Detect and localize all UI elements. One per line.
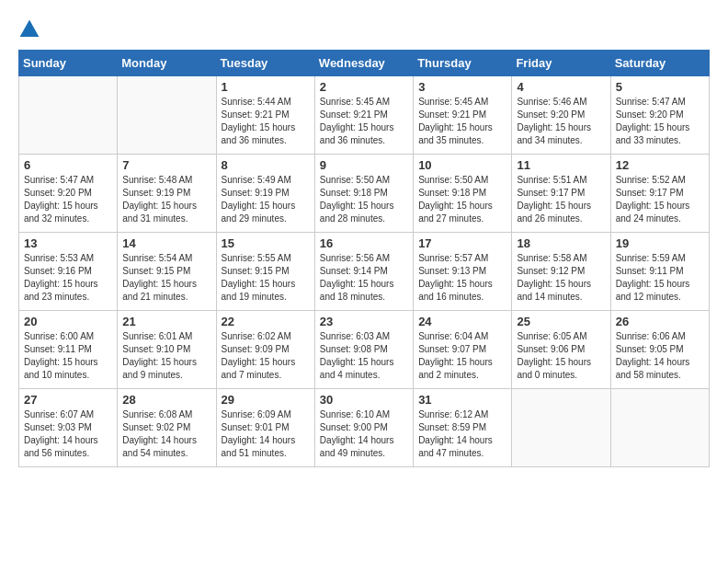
day-number: 29 — [222, 393, 310, 407]
day-number: 22 — [222, 315, 310, 328]
weekday-header-tuesday: Tuesday — [216, 51, 314, 76]
calendar-cell: 18Sunrise: 5:58 AM Sunset: 9:12 PM Dayli… — [512, 233, 610, 311]
calendar-cell: 6Sunrise: 5:47 AM Sunset: 9:20 PM Daylig… — [19, 155, 118, 233]
calendar-cell: 12Sunrise: 5:52 AM Sunset: 9:17 PM Dayli… — [610, 155, 709, 233]
day-info: Sunrise: 5:58 AM Sunset: 9:12 PM Dayligh… — [517, 252, 605, 304]
day-info: Sunrise: 6:01 AM Sunset: 9:10 PM Dayligh… — [122, 330, 210, 382]
calendar-cell: 7Sunrise: 5:48 AM Sunset: 9:19 PM Daylig… — [118, 155, 216, 233]
day-number: 27 — [24, 393, 112, 407]
day-number: 24 — [418, 315, 506, 328]
day-info: Sunrise: 6:08 AM Sunset: 9:02 PM Dayligh… — [122, 408, 210, 460]
day-info: Sunrise: 5:50 AM Sunset: 9:18 PM Dayligh… — [418, 174, 506, 225]
day-number: 5 — [616, 80, 704, 94]
calendar-cell: 8Sunrise: 5:49 AM Sunset: 9:19 PM Daylig… — [216, 155, 314, 233]
day-info: Sunrise: 5:55 AM Sunset: 9:15 PM Dayligh… — [222, 252, 310, 304]
day-info: Sunrise: 5:59 AM Sunset: 9:11 PM Dayligh… — [616, 252, 704, 304]
calendar-cell: 26Sunrise: 6:06 AM Sunset: 9:05 PM Dayli… — [610, 311, 709, 389]
day-number: 20 — [24, 315, 112, 328]
day-info: Sunrise: 6:10 AM Sunset: 9:00 PM Dayligh… — [320, 408, 408, 460]
calendar-table: SundayMondayTuesdayWednesdayThursdayFrid… — [18, 50, 710, 467]
day-info: Sunrise: 5:52 AM Sunset: 9:17 PM Dayligh… — [616, 174, 704, 225]
calendar-cell: 22Sunrise: 6:02 AM Sunset: 9:09 PM Dayli… — [216, 311, 314, 389]
calendar-cell: 23Sunrise: 6:03 AM Sunset: 9:08 PM Dayli… — [314, 311, 413, 389]
calendar-cell: 21Sunrise: 6:01 AM Sunset: 9:10 PM Dayli… — [118, 311, 216, 389]
day-number: 16 — [320, 236, 408, 250]
week-row-1: 1Sunrise: 5:44 AM Sunset: 9:21 PM Daylig… — [19, 76, 710, 155]
day-info: Sunrise: 5:50 AM Sunset: 9:18 PM Dayligh… — [320, 174, 408, 225]
day-info: Sunrise: 6:09 AM Sunset: 9:01 PM Dayligh… — [222, 408, 310, 460]
week-row-5: 27Sunrise: 6:07 AM Sunset: 9:03 PM Dayli… — [19, 389, 710, 467]
weekday-header-wednesday: Wednesday — [314, 51, 413, 76]
calendar-cell: 16Sunrise: 5:56 AM Sunset: 9:14 PM Dayli… — [314, 233, 413, 311]
calendar-cell: 27Sunrise: 6:07 AM Sunset: 9:03 PM Dayli… — [19, 389, 118, 467]
calendar-cell: 1Sunrise: 5:44 AM Sunset: 9:21 PM Daylig… — [216, 76, 314, 155]
day-info: Sunrise: 5:46 AM Sunset: 9:20 PM Dayligh… — [517, 96, 605, 147]
weekday-header-sunday: Sunday — [19, 51, 118, 76]
logo — [18, 18, 44, 40]
day-number: 18 — [517, 236, 605, 250]
calendar-cell: 11Sunrise: 5:51 AM Sunset: 9:17 PM Dayli… — [512, 155, 610, 233]
day-number: 11 — [517, 158, 605, 172]
day-info: Sunrise: 6:12 AM Sunset: 8:59 PM Dayligh… — [418, 408, 506, 460]
day-number: 12 — [616, 158, 704, 172]
day-info: Sunrise: 5:47 AM Sunset: 9:20 PM Dayligh… — [616, 96, 704, 147]
day-number: 6 — [24, 158, 112, 172]
svg-marker-0 — [20, 20, 40, 37]
day-info: Sunrise: 6:07 AM Sunset: 9:03 PM Dayligh… — [24, 408, 112, 460]
day-number: 26 — [616, 315, 704, 328]
day-number: 3 — [418, 80, 506, 94]
calendar-cell: 2Sunrise: 5:45 AM Sunset: 9:21 PM Daylig… — [314, 76, 413, 155]
day-number: 28 — [122, 393, 210, 407]
day-number: 23 — [320, 315, 408, 328]
calendar-cell — [512, 389, 610, 467]
day-number: 15 — [222, 236, 310, 250]
calendar-cell: 19Sunrise: 5:59 AM Sunset: 9:11 PM Dayli… — [610, 233, 709, 311]
weekday-header-friday: Friday — [512, 51, 610, 76]
page-header — [18, 18, 710, 40]
calendar-cell: 17Sunrise: 5:57 AM Sunset: 9:13 PM Dayli… — [414, 233, 512, 311]
calendar-cell: 13Sunrise: 5:53 AM Sunset: 9:16 PM Dayli… — [19, 233, 118, 311]
day-number: 9 — [320, 158, 408, 172]
calendar-cell: 29Sunrise: 6:09 AM Sunset: 9:01 PM Dayli… — [216, 389, 314, 467]
week-row-2: 6Sunrise: 5:47 AM Sunset: 9:20 PM Daylig… — [19, 155, 710, 233]
day-info: Sunrise: 5:56 AM Sunset: 9:14 PM Dayligh… — [320, 252, 408, 304]
day-info: Sunrise: 6:05 AM Sunset: 9:06 PM Dayligh… — [517, 330, 605, 382]
calendar-cell — [610, 389, 709, 467]
day-number: 2 — [320, 80, 408, 94]
day-number: 7 — [122, 158, 210, 172]
calendar-cell: 14Sunrise: 5:54 AM Sunset: 9:15 PM Dayli… — [118, 233, 216, 311]
day-number: 31 — [418, 393, 506, 407]
day-info: Sunrise: 5:57 AM Sunset: 9:13 PM Dayligh… — [418, 252, 506, 304]
week-row-3: 13Sunrise: 5:53 AM Sunset: 9:16 PM Dayli… — [19, 233, 710, 311]
day-info: Sunrise: 6:04 AM Sunset: 9:07 PM Dayligh… — [418, 330, 506, 382]
day-info: Sunrise: 5:53 AM Sunset: 9:16 PM Dayligh… — [24, 252, 112, 304]
calendar-cell: 28Sunrise: 6:08 AM Sunset: 9:02 PM Dayli… — [118, 389, 216, 467]
day-info: Sunrise: 5:45 AM Sunset: 9:21 PM Dayligh… — [418, 96, 506, 147]
calendar-cell: 4Sunrise: 5:46 AM Sunset: 9:20 PM Daylig… — [512, 76, 610, 155]
weekday-header-saturday: Saturday — [610, 51, 709, 76]
day-number: 10 — [418, 158, 506, 172]
day-number: 25 — [517, 315, 605, 328]
day-number: 14 — [122, 236, 210, 250]
calendar-cell: 15Sunrise: 5:55 AM Sunset: 9:15 PM Dayli… — [216, 233, 314, 311]
calendar-cell: 20Sunrise: 6:00 AM Sunset: 9:11 PM Dayli… — [19, 311, 118, 389]
day-number: 13 — [24, 236, 112, 250]
day-number: 17 — [418, 236, 506, 250]
calendar-cell: 25Sunrise: 6:05 AM Sunset: 9:06 PM Dayli… — [512, 311, 610, 389]
weekday-header-thursday: Thursday — [414, 51, 512, 76]
calendar-cell: 9Sunrise: 5:50 AM Sunset: 9:18 PM Daylig… — [314, 155, 413, 233]
day-number: 8 — [222, 158, 310, 172]
day-info: Sunrise: 6:06 AM Sunset: 9:05 PM Dayligh… — [616, 330, 704, 382]
day-number: 30 — [320, 393, 408, 407]
calendar-cell: 3Sunrise: 5:45 AM Sunset: 9:21 PM Daylig… — [414, 76, 512, 155]
calendar-cell: 10Sunrise: 5:50 AM Sunset: 9:18 PM Dayli… — [414, 155, 512, 233]
day-info: Sunrise: 5:48 AM Sunset: 9:19 PM Dayligh… — [122, 174, 210, 225]
day-info: Sunrise: 5:49 AM Sunset: 9:19 PM Dayligh… — [222, 174, 310, 225]
weekday-header-row: SundayMondayTuesdayWednesdayThursdayFrid… — [19, 51, 710, 76]
day-number: 21 — [122, 315, 210, 328]
day-number: 4 — [517, 80, 605, 94]
logo-icon — [18, 18, 40, 40]
day-info: Sunrise: 5:51 AM Sunset: 9:17 PM Dayligh… — [517, 174, 605, 225]
day-info: Sunrise: 5:45 AM Sunset: 9:21 PM Dayligh… — [320, 96, 408, 147]
calendar-cell: 24Sunrise: 6:04 AM Sunset: 9:07 PM Dayli… — [414, 311, 512, 389]
